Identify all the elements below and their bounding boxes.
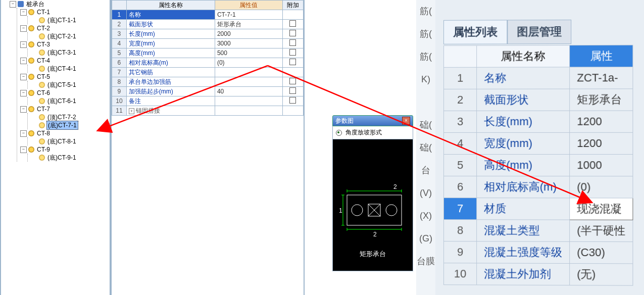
cell-name[interactable]: 高度(mm): [477, 155, 570, 176]
collapse-icon[interactable]: −: [20, 106, 27, 113]
tree-leaf-node[interactable]: (顶)CT-7-2: [30, 113, 109, 121]
collapse-icon[interactable]: −: [20, 130, 27, 137]
tree-group-node[interactable]: −CT-1: [19, 8, 109, 16]
cell-addon[interactable]: [282, 48, 303, 58]
tree-group-node[interactable]: −CT-6: [19, 89, 109, 97]
cell-addon[interactable]: [282, 106, 303, 116]
collapse-icon[interactable]: −: [20, 90, 27, 96]
cell-name[interactable]: 名称: [126, 10, 215, 20]
tree-leaf-node[interactable]: (底)CT-9-1: [30, 154, 109, 162]
col-header-name[interactable]: 属性名称: [126, 1, 215, 10]
cell-addon[interactable]: [282, 96, 303, 106]
tree[interactable]: −桩承台−CT-1(底)CT-1-1−CT-2(底)CT-2-1−CT-3(底)…: [9, 0, 109, 162]
tree-group-node[interactable]: −CT-4: [19, 57, 109, 65]
checkbox-icon[interactable]: [289, 49, 296, 56]
cell-name[interactable]: 长度(mm): [477, 111, 570, 132]
tree-leaf-node[interactable]: (底)CT-4-1: [30, 65, 109, 73]
cell-value[interactable]: 3000: [215, 39, 282, 48]
cell-value[interactable]: 1000: [570, 155, 633, 176]
cell-name[interactable]: 截面形状: [477, 89, 570, 111]
cell-value[interactable]: CT-7-1: [215, 10, 282, 20]
cell-name[interactable]: 承台单边加强筋: [126, 77, 215, 87]
table-row[interactable]: 3长度(mm)2000: [112, 29, 304, 39]
cell-name[interactable]: 相对底标高(m): [126, 58, 215, 68]
table-row[interactable]: 10备注: [112, 96, 304, 106]
radio-angle-slope[interactable]: [336, 130, 342, 136]
tree-leaf-node[interactable]: (底)CT-6-1: [30, 97, 109, 105]
cell-addon[interactable]: [282, 58, 303, 68]
tree-leaf-node[interactable]: (底)CT-3-1: [30, 48, 109, 57]
cell-name[interactable]: 混凝土外加剂: [477, 263, 570, 285]
cell-name[interactable]: 混凝土强度等级: [477, 241, 570, 264]
collapse-icon[interactable]: −: [10, 1, 16, 8]
photo-col-value[interactable]: 属性: [570, 45, 633, 67]
table-row[interactable]: 1名称ZCT-1a-: [444, 67, 633, 89]
cell-value[interactable]: [215, 106, 282, 116]
cell-name[interactable]: 其它钢筋: [126, 68, 215, 77]
cell-addon[interactable]: [282, 87, 303, 96]
table-row[interactable]: 3长度(mm)1200: [444, 111, 633, 132]
checkbox-icon[interactable]: [289, 97, 296, 104]
cell-name[interactable]: +锚固搭接: [126, 106, 215, 116]
checkbox-icon[interactable]: [289, 78, 296, 84]
cell-name[interactable]: 宽度(mm): [477, 132, 570, 154]
property-table[interactable]: 属性名称 属性值 附加 1名称CT-7-12截面形状矩形承台3长度(mm)200…: [112, 0, 304, 116]
cell-value[interactable]: 矩形承台: [570, 89, 633, 111]
cell-value[interactable]: [215, 77, 282, 87]
tree-leaf-node[interactable]: (底)CT-2-1: [30, 32, 109, 40]
cell-value[interactable]: ZCT-1a-: [570, 67, 633, 89]
param-titlebar[interactable]: 参数图 ×: [332, 115, 413, 126]
checkbox-icon[interactable]: [289, 20, 296, 27]
cell-addon[interactable]: [282, 77, 303, 87]
tree-group-node[interactable]: −CT-2: [19, 24, 109, 32]
cell-value[interactable]: (半干硬性: [570, 220, 633, 242]
cell-value[interactable]: [215, 96, 282, 106]
table-row[interactable]: 8承台单边加强筋: [112, 77, 304, 87]
col-header-addon[interactable]: 附加: [282, 1, 303, 10]
expand-icon[interactable]: +: [129, 108, 134, 114]
table-row[interactable]: 4宽度(mm)3000: [112, 39, 304, 48]
photo-property-table[interactable]: 属性名称 属性 1名称ZCT-1a-2截面形状矩形承台3长度(mm)12004宽…: [443, 45, 633, 286]
col-header-value[interactable]: 属性值: [215, 1, 282, 10]
tree-leaf-node[interactable]: (底)CT-8-1: [30, 137, 109, 145]
table-row[interactable]: 6相对底标高(m)(0): [112, 58, 304, 68]
table-row[interactable]: 7材质现浇混凝: [444, 198, 633, 220]
cell-name[interactable]: 材质: [477, 198, 570, 220]
table-row[interactable]: 10混凝土外加剂(无): [444, 263, 633, 286]
cell-value[interactable]: (0): [570, 176, 633, 198]
table-row[interactable]: 6相对底标高(m)(0): [444, 176, 633, 199]
checkbox-icon[interactable]: [289, 39, 296, 46]
table-row[interactable]: 9加强筋起步(mm)40: [112, 87, 304, 96]
tree-leaf-node[interactable]: (底)CT-5-1: [30, 81, 109, 89]
checkbox-icon[interactable]: [289, 87, 296, 94]
collapse-icon[interactable]: −: [20, 9, 27, 16]
cell-name[interactable]: 混凝土类型: [477, 220, 570, 242]
cell-addon[interactable]: [282, 20, 303, 29]
cell-name[interactable]: 长度(mm): [126, 29, 215, 39]
cell-value[interactable]: 矩形承台: [215, 20, 282, 29]
tree-root-node[interactable]: −桩承台: [9, 0, 109, 8]
cell-name[interactable]: 加强筋起步(mm): [126, 87, 215, 96]
table-row[interactable]: 5高度(mm)500: [112, 48, 304, 58]
table-row[interactable]: 2截面形状矩形承台: [444, 89, 633, 111]
close-icon[interactable]: ×: [402, 117, 410, 125]
cell-value[interactable]: 2000: [215, 29, 282, 39]
checkbox-icon[interactable]: [289, 59, 296, 65]
cell-value[interactable]: 1200: [570, 132, 633, 154]
cell-addon[interactable]: [282, 39, 303, 48]
cell-name[interactable]: 名称: [477, 67, 570, 89]
cell-addon[interactable]: [282, 10, 303, 20]
cell-addon[interactable]: [282, 29, 303, 39]
cell-addon[interactable]: [282, 68, 303, 77]
cell-value[interactable]: 500: [215, 48, 282, 58]
table-row[interactable]: 7其它钢筋: [112, 68, 304, 77]
cell-value[interactable]: (0): [215, 58, 282, 68]
tree-group-node[interactable]: −CT-3: [19, 40, 109, 48]
collapse-icon[interactable]: −: [20, 25, 27, 32]
tree-group-node[interactable]: −CT-5: [19, 73, 109, 81]
checkbox-icon[interactable]: [289, 30, 296, 36]
cell-name[interactable]: 截面形状: [126, 20, 215, 29]
photo-col-name[interactable]: 属性名称: [477, 45, 570, 68]
cell-name[interactable]: 宽度(mm): [126, 39, 215, 48]
cell-name[interactable]: 相对底标高(m): [477, 176, 570, 198]
